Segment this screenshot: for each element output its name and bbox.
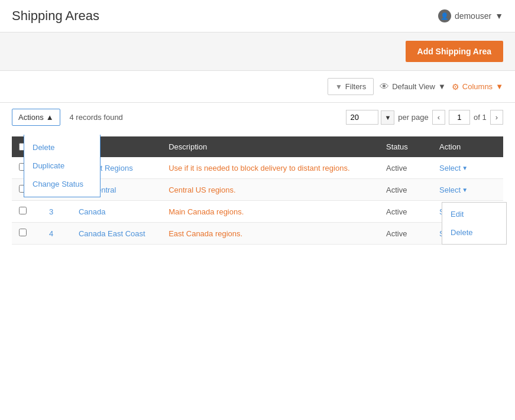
add-shipping-area-button[interactable]: Add Shipping Area xyxy=(406,41,503,62)
current-page-input[interactable] xyxy=(449,110,470,125)
user-icon: 👤 xyxy=(438,9,451,22)
action-delete[interactable]: Delete xyxy=(24,138,100,157)
select-caret-icon: ▼ xyxy=(462,187,468,193)
row-description: Main Canada regions. xyxy=(161,201,379,223)
username: demouser xyxy=(455,11,491,21)
row-description: Central US regions. xyxy=(161,179,379,201)
view-label: Default View xyxy=(392,82,435,91)
row-select-button[interactable]: Select ▼ xyxy=(439,185,468,194)
row-action-delete[interactable]: Delete xyxy=(442,223,506,242)
row-checkbox[interactable] xyxy=(19,229,27,236)
columns-label: Columns xyxy=(462,82,493,91)
records-found: 4 records found xyxy=(70,113,123,122)
gear-icon: ⚙ xyxy=(452,82,459,92)
table-row: 3 Canada Main Canada regions. Active Sel… xyxy=(12,201,503,223)
select-label: Select xyxy=(439,164,461,172)
prev-page-button[interactable]: ‹ xyxy=(432,110,445,125)
row-name: Canada xyxy=(72,201,161,223)
row-id: 4 xyxy=(42,223,72,245)
select-label: Select xyxy=(439,185,461,194)
header-action: Action xyxy=(432,136,503,157)
pagination: ▼ per page ‹ of 1 › xyxy=(346,110,503,125)
per-page-dropdown-icon[interactable]: ▼ xyxy=(381,110,394,125)
row-checkbox[interactable] xyxy=(19,207,27,214)
default-view-button[interactable]: 👁 Default View ▼ xyxy=(380,82,446,92)
table-row: 4 Canada East Coast East Canada regions.… xyxy=(12,223,503,245)
page-title: Shipping Areas xyxy=(12,8,99,24)
view-caret-icon: ▼ xyxy=(438,82,446,91)
row-status: Active xyxy=(379,201,432,223)
row-description: East Canada regions. xyxy=(161,223,379,245)
action-change-status[interactable]: Change Status xyxy=(24,175,100,193)
action-duplicate[interactable]: Duplicate xyxy=(24,157,100,175)
actions-button[interactable]: Actions ▲ xyxy=(12,109,60,126)
per-page-input[interactable] xyxy=(346,110,378,125)
filters-button[interactable]: ▼ Filters xyxy=(328,78,374,95)
next-page-button[interactable]: › xyxy=(490,110,503,125)
actions-dropdown: Delete Duplicate Change Status xyxy=(24,135,101,197)
row-description: Use if it is needed to block delivery to… xyxy=(161,157,379,179)
row-status: Active xyxy=(379,157,432,179)
columns-caret-icon: ▼ xyxy=(495,82,503,91)
header-status: Status xyxy=(379,136,432,157)
columns-button[interactable]: ⚙ Columns ▼ xyxy=(452,82,503,92)
actions-caret-icon: ▲ xyxy=(46,113,54,122)
row-select-button[interactable]: Select ▼ xyxy=(439,164,468,172)
row-id: 3 xyxy=(42,201,72,223)
filters-label: Filters xyxy=(345,82,366,91)
row-checkbox-cell xyxy=(12,201,42,223)
header-description: Description xyxy=(161,136,379,157)
row-status: Active xyxy=(379,223,432,245)
row-action-cell: Select ▼ xyxy=(432,157,503,179)
eye-icon: 👁 xyxy=(380,82,389,92)
row-checkbox-cell xyxy=(12,223,42,245)
row-action-edit[interactable]: Edit xyxy=(442,205,506,223)
user-caret-icon: ▼ xyxy=(495,11,503,21)
toolbar: Add Shipping Area xyxy=(0,32,515,71)
header: Shipping Areas 👤 demouser ▼ xyxy=(0,0,515,32)
filter-icon: ▼ xyxy=(335,83,342,91)
actions-bar: Actions ▲ Delete Duplicate Change Status… xyxy=(0,103,515,132)
total-pages-label: of 1 xyxy=(474,113,487,122)
user-area[interactable]: 👤 demouser ▼ xyxy=(438,9,503,22)
select-caret-icon: ▼ xyxy=(462,165,468,171)
row-status: Active xyxy=(379,179,432,201)
row-action-dropdown: Edit Delete xyxy=(442,202,507,245)
per-page-select: ▼ xyxy=(346,110,394,125)
filter-bar: ▼ Filters 👁 Default View ▼ ⚙ Columns ▼ xyxy=(0,71,515,103)
row-name: Canada East Coast xyxy=(72,223,161,245)
row-action-cell: Select ▼ xyxy=(432,179,503,201)
per-page-label: per page xyxy=(398,113,428,122)
actions-label: Actions xyxy=(18,113,44,122)
